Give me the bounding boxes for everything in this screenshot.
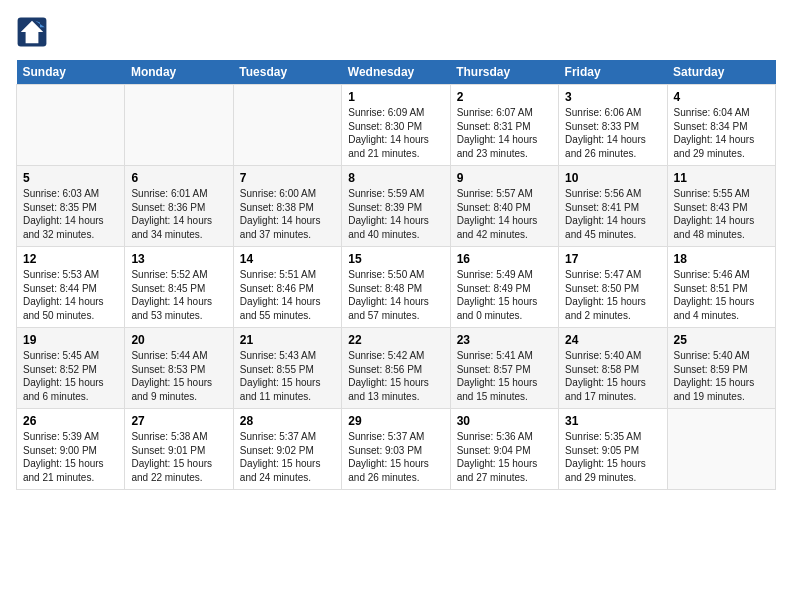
calendar-cell: 15Sunrise: 5:50 AM Sunset: 8:48 PM Dayli…: [342, 247, 450, 328]
calendar-cell: 2Sunrise: 6:07 AM Sunset: 8:31 PM Daylig…: [450, 85, 558, 166]
day-number: 1: [348, 90, 443, 104]
day-number: 13: [131, 252, 226, 266]
calendar-cell: 6Sunrise: 6:01 AM Sunset: 8:36 PM Daylig…: [125, 166, 233, 247]
day-number: 28: [240, 414, 335, 428]
day-number: 18: [674, 252, 769, 266]
page-header: [16, 16, 776, 48]
calendar-cell: 21Sunrise: 5:43 AM Sunset: 8:55 PM Dayli…: [233, 328, 341, 409]
calendar-cell: 24Sunrise: 5:40 AM Sunset: 8:58 PM Dayli…: [559, 328, 667, 409]
weekday-header: Wednesday: [342, 60, 450, 85]
day-number: 14: [240, 252, 335, 266]
cell-content: Sunrise: 6:04 AM Sunset: 8:34 PM Dayligh…: [674, 106, 769, 160]
day-number: 22: [348, 333, 443, 347]
cell-content: Sunrise: 6:01 AM Sunset: 8:36 PM Dayligh…: [131, 187, 226, 241]
cell-content: Sunrise: 5:37 AM Sunset: 9:02 PM Dayligh…: [240, 430, 335, 484]
cell-content: Sunrise: 5:59 AM Sunset: 8:39 PM Dayligh…: [348, 187, 443, 241]
cell-content: Sunrise: 5:53 AM Sunset: 8:44 PM Dayligh…: [23, 268, 118, 322]
cell-content: Sunrise: 5:57 AM Sunset: 8:40 PM Dayligh…: [457, 187, 552, 241]
calendar-cell: 4Sunrise: 6:04 AM Sunset: 8:34 PM Daylig…: [667, 85, 775, 166]
calendar-table: SundayMondayTuesdayWednesdayThursdayFrid…: [16, 60, 776, 490]
day-number: 20: [131, 333, 226, 347]
calendar-cell: 13Sunrise: 5:52 AM Sunset: 8:45 PM Dayli…: [125, 247, 233, 328]
cell-content: Sunrise: 6:09 AM Sunset: 8:30 PM Dayligh…: [348, 106, 443, 160]
calendar-cell: 31Sunrise: 5:35 AM Sunset: 9:05 PM Dayli…: [559, 409, 667, 490]
calendar-cell: 25Sunrise: 5:40 AM Sunset: 8:59 PM Dayli…: [667, 328, 775, 409]
calendar-cell: [233, 85, 341, 166]
calendar-cell: 18Sunrise: 5:46 AM Sunset: 8:51 PM Dayli…: [667, 247, 775, 328]
day-number: 9: [457, 171, 552, 185]
logo-icon: [16, 16, 48, 48]
logo: [16, 16, 52, 48]
calendar-cell: 7Sunrise: 6:00 AM Sunset: 8:38 PM Daylig…: [233, 166, 341, 247]
calendar-cell: [125, 85, 233, 166]
cell-content: Sunrise: 6:06 AM Sunset: 8:33 PM Dayligh…: [565, 106, 660, 160]
day-number: 10: [565, 171, 660, 185]
day-number: 19: [23, 333, 118, 347]
day-number: 2: [457, 90, 552, 104]
cell-content: Sunrise: 5:40 AM Sunset: 8:59 PM Dayligh…: [674, 349, 769, 403]
cell-content: Sunrise: 5:38 AM Sunset: 9:01 PM Dayligh…: [131, 430, 226, 484]
cell-content: Sunrise: 5:39 AM Sunset: 9:00 PM Dayligh…: [23, 430, 118, 484]
cell-content: Sunrise: 5:55 AM Sunset: 8:43 PM Dayligh…: [674, 187, 769, 241]
day-number: 8: [348, 171, 443, 185]
calendar-cell: 29Sunrise: 5:37 AM Sunset: 9:03 PM Dayli…: [342, 409, 450, 490]
cell-content: Sunrise: 5:50 AM Sunset: 8:48 PM Dayligh…: [348, 268, 443, 322]
day-number: 27: [131, 414, 226, 428]
calendar-cell: 22Sunrise: 5:42 AM Sunset: 8:56 PM Dayli…: [342, 328, 450, 409]
cell-content: Sunrise: 5:42 AM Sunset: 8:56 PM Dayligh…: [348, 349, 443, 403]
calendar-cell: 30Sunrise: 5:36 AM Sunset: 9:04 PM Dayli…: [450, 409, 558, 490]
cell-content: Sunrise: 5:52 AM Sunset: 8:45 PM Dayligh…: [131, 268, 226, 322]
calendar-cell: 14Sunrise: 5:51 AM Sunset: 8:46 PM Dayli…: [233, 247, 341, 328]
day-number: 26: [23, 414, 118, 428]
day-number: 6: [131, 171, 226, 185]
day-number: 4: [674, 90, 769, 104]
calendar-cell: 28Sunrise: 5:37 AM Sunset: 9:02 PM Dayli…: [233, 409, 341, 490]
weekday-header: Saturday: [667, 60, 775, 85]
calendar-cell: 1Sunrise: 6:09 AM Sunset: 8:30 PM Daylig…: [342, 85, 450, 166]
calendar-cell: 16Sunrise: 5:49 AM Sunset: 8:49 PM Dayli…: [450, 247, 558, 328]
day-number: 17: [565, 252, 660, 266]
day-number: 29: [348, 414, 443, 428]
calendar-cell: 20Sunrise: 5:44 AM Sunset: 8:53 PM Dayli…: [125, 328, 233, 409]
day-number: 23: [457, 333, 552, 347]
calendar-cell: [667, 409, 775, 490]
weekday-header: Thursday: [450, 60, 558, 85]
day-number: 7: [240, 171, 335, 185]
cell-content: Sunrise: 5:56 AM Sunset: 8:41 PM Dayligh…: [565, 187, 660, 241]
cell-content: Sunrise: 5:43 AM Sunset: 8:55 PM Dayligh…: [240, 349, 335, 403]
day-number: 25: [674, 333, 769, 347]
calendar-cell: 9Sunrise: 5:57 AM Sunset: 8:40 PM Daylig…: [450, 166, 558, 247]
cell-content: Sunrise: 5:46 AM Sunset: 8:51 PM Dayligh…: [674, 268, 769, 322]
cell-content: Sunrise: 6:07 AM Sunset: 8:31 PM Dayligh…: [457, 106, 552, 160]
day-number: 12: [23, 252, 118, 266]
calendar-cell: 19Sunrise: 5:45 AM Sunset: 8:52 PM Dayli…: [17, 328, 125, 409]
calendar-cell: 26Sunrise: 5:39 AM Sunset: 9:00 PM Dayli…: [17, 409, 125, 490]
cell-content: Sunrise: 5:40 AM Sunset: 8:58 PM Dayligh…: [565, 349, 660, 403]
cell-content: Sunrise: 5:45 AM Sunset: 8:52 PM Dayligh…: [23, 349, 118, 403]
cell-content: Sunrise: 5:47 AM Sunset: 8:50 PM Dayligh…: [565, 268, 660, 322]
day-number: 11: [674, 171, 769, 185]
cell-content: Sunrise: 5:37 AM Sunset: 9:03 PM Dayligh…: [348, 430, 443, 484]
calendar-cell: 5Sunrise: 6:03 AM Sunset: 8:35 PM Daylig…: [17, 166, 125, 247]
cell-content: Sunrise: 6:00 AM Sunset: 8:38 PM Dayligh…: [240, 187, 335, 241]
day-number: 5: [23, 171, 118, 185]
calendar-cell: 3Sunrise: 6:06 AM Sunset: 8:33 PM Daylig…: [559, 85, 667, 166]
day-number: 15: [348, 252, 443, 266]
day-number: 31: [565, 414, 660, 428]
day-number: 24: [565, 333, 660, 347]
calendar-cell: 10Sunrise: 5:56 AM Sunset: 8:41 PM Dayli…: [559, 166, 667, 247]
weekday-header: Tuesday: [233, 60, 341, 85]
day-number: 3: [565, 90, 660, 104]
calendar-cell: 8Sunrise: 5:59 AM Sunset: 8:39 PM Daylig…: [342, 166, 450, 247]
cell-content: Sunrise: 5:44 AM Sunset: 8:53 PM Dayligh…: [131, 349, 226, 403]
cell-content: Sunrise: 5:35 AM Sunset: 9:05 PM Dayligh…: [565, 430, 660, 484]
day-number: 30: [457, 414, 552, 428]
calendar-cell: 11Sunrise: 5:55 AM Sunset: 8:43 PM Dayli…: [667, 166, 775, 247]
calendar-cell: 17Sunrise: 5:47 AM Sunset: 8:50 PM Dayli…: [559, 247, 667, 328]
calendar-cell: 12Sunrise: 5:53 AM Sunset: 8:44 PM Dayli…: [17, 247, 125, 328]
day-number: 21: [240, 333, 335, 347]
cell-content: Sunrise: 6:03 AM Sunset: 8:35 PM Dayligh…: [23, 187, 118, 241]
cell-content: Sunrise: 5:51 AM Sunset: 8:46 PM Dayligh…: [240, 268, 335, 322]
cell-content: Sunrise: 5:49 AM Sunset: 8:49 PM Dayligh…: [457, 268, 552, 322]
day-number: 16: [457, 252, 552, 266]
